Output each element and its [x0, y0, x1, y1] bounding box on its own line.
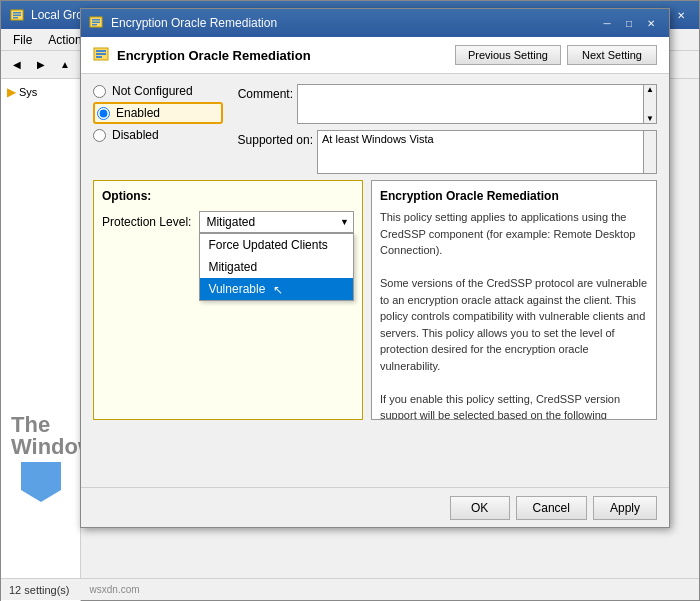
- comment-scrollbar: ▲ ▼: [643, 84, 657, 124]
- status-bar: 12 setting(s) wsxdn.com: [1, 578, 699, 600]
- dialog-titlebar-controls: ─ □ ✕: [597, 13, 661, 33]
- svg-rect-10: [96, 53, 106, 55]
- tree-panel: ▶ Sys: [1, 79, 81, 601]
- dropdown-item-vulnerable[interactable]: Vulnerable↖: [200, 278, 353, 300]
- radio-enabled[interactable]: Enabled: [93, 102, 223, 124]
- dialog-titlebar: Encryption Oracle Remediation ─ □ ✕: [81, 9, 669, 37]
- dropdown-item-force[interactable]: Force Updated Clients: [200, 234, 353, 256]
- help-panel: Encryption Oracle Remediation This polic…: [371, 180, 657, 420]
- radio-not-configured[interactable]: Not Configured: [93, 84, 223, 98]
- prev-setting-button[interactable]: Previous Setting: [455, 45, 561, 65]
- dialog-close-button[interactable]: ✕: [641, 13, 661, 33]
- apply-button[interactable]: Apply: [593, 496, 657, 520]
- dialog-title-icon: [89, 15, 105, 31]
- dialog-header-buttons: Previous Setting Next Setting: [455, 45, 657, 65]
- svg-rect-1: [13, 12, 21, 14]
- select-value: Mitigated: [206, 215, 255, 229]
- dialog-header-icon: [93, 46, 109, 65]
- dialog-maximize-button[interactable]: □: [619, 13, 639, 33]
- tree-item-sys[interactable]: ▶ Sys: [1, 83, 80, 101]
- dialog-minimize-button[interactable]: ─: [597, 13, 617, 33]
- back-button[interactable]: ◀: [5, 54, 29, 76]
- comment-label: Comment:: [233, 84, 293, 101]
- watermark-icon: [21, 462, 61, 502]
- svg-rect-11: [96, 56, 102, 58]
- svg-rect-9: [96, 50, 106, 52]
- supported-value: At least Windows Vista: [317, 130, 643, 174]
- svg-rect-2: [13, 15, 21, 17]
- dialog-footer: OK Cancel Apply: [81, 487, 669, 527]
- radio-not-configured-input[interactable]: [93, 85, 106, 98]
- supported-label: Supported on:: [233, 130, 313, 147]
- dropdown-item-mitigated[interactable]: Mitigated: [200, 256, 353, 278]
- select-container: Mitigated ▼ Force Updated Clients Mitiga…: [199, 211, 354, 233]
- dropdown-arrow-icon: ▼: [340, 217, 349, 227]
- ok-button[interactable]: OK: [450, 496, 510, 520]
- up-button[interactable]: ▲: [53, 54, 77, 76]
- tree-item-label: Sys: [19, 86, 37, 98]
- help-title: Encryption Oracle Remediation: [380, 189, 648, 203]
- svg-rect-3: [13, 17, 18, 19]
- status-text: 12 setting(s): [9, 584, 70, 596]
- dialog-title-text: Encryption Oracle Remediation: [111, 16, 597, 30]
- radio-enabled-input[interactable]: [97, 107, 110, 120]
- folder-icon: ▶: [7, 85, 16, 99]
- svg-rect-6: [92, 22, 100, 24]
- gpo-icon: [9, 7, 25, 23]
- dialog-window: Encryption Oracle Remediation ─ □ ✕ Encr…: [80, 8, 670, 528]
- radio-disabled-input[interactable]: [93, 129, 106, 142]
- select-box[interactable]: Mitigated ▼: [199, 211, 354, 233]
- radio-enabled-label: Enabled: [116, 106, 160, 120]
- svg-rect-5: [92, 19, 100, 21]
- cancel-button[interactable]: Cancel: [516, 496, 587, 520]
- comment-textarea[interactable]: [297, 84, 643, 124]
- dialog-body: Not Configured Enabled Disabled Comment:: [81, 74, 669, 430]
- svg-rect-7: [92, 24, 97, 26]
- protection-level-row: Protection Level: Mitigated ▼ Force Upda…: [102, 211, 354, 233]
- radio-disabled[interactable]: Disabled: [93, 128, 223, 142]
- protection-label: Protection Level:: [102, 215, 191, 229]
- dialog-header: Encryption Oracle Remediation Previous S…: [81, 37, 669, 74]
- dialog-header-title: Encryption Oracle Remediation: [117, 48, 311, 63]
- help-text: This policy setting applies to applicati…: [380, 209, 648, 420]
- close-button[interactable]: ✕: [671, 5, 691, 25]
- watermark-line1: The: [11, 414, 50, 436]
- options-title: Options:: [102, 189, 354, 203]
- next-setting-button[interactable]: Next Setting: [567, 45, 657, 65]
- status-extra: wsxdn.com: [90, 584, 140, 595]
- dropdown-list: Force Updated Clients Mitigated Vulnerab…: [199, 233, 354, 301]
- menu-file[interactable]: File: [5, 31, 40, 49]
- options-panel: Options: Protection Level: Mitigated ▼ F…: [93, 180, 363, 420]
- forward-button[interactable]: ▶: [29, 54, 53, 76]
- supported-scrollbar: [643, 130, 657, 174]
- options-help-row: Options: Protection Level: Mitigated ▼ F…: [93, 180, 657, 420]
- radio-section: Not Configured Enabled Disabled: [93, 84, 223, 164]
- radio-disabled-label: Disabled: [112, 128, 159, 142]
- radio-not-configured-label: Not Configured: [112, 84, 193, 98]
